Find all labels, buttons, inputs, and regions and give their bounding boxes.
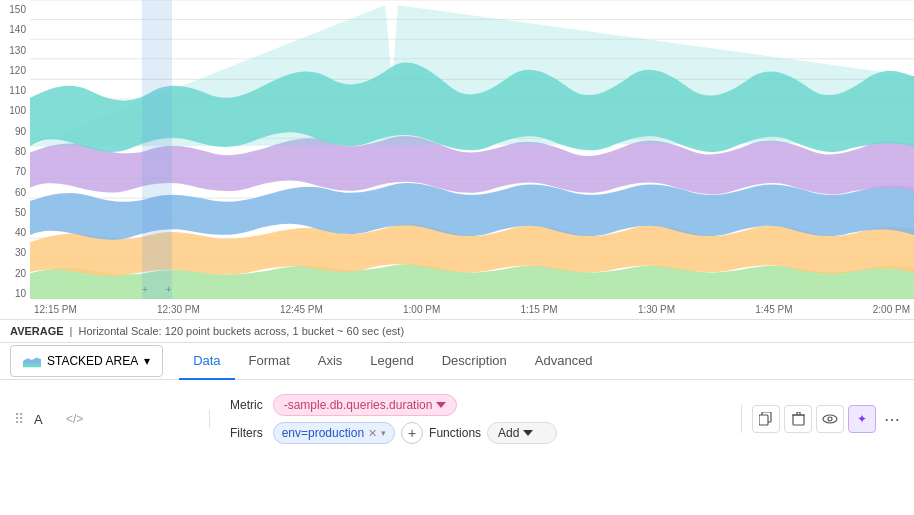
status-bar: AVERAGE | Horizontal Scale: 120 point bu… [0, 320, 914, 343]
chart-type-label: STACKED AREA [47, 354, 138, 368]
functions-section: Functions Add [429, 422, 557, 444]
metric-dropdown-icon [436, 400, 446, 410]
average-label: AVERAGE [10, 325, 64, 337]
status-description: Horizontal Scale: 120 point buckets acro… [78, 325, 404, 337]
data-panel: ⠿ A </> Metric -sample.db.queries.durati… [0, 380, 914, 458]
center-panel: Metric -sample.db.queries.duration Filte… [220, 388, 731, 450]
chart-type-button[interactable]: STACKED AREA ▾ [10, 345, 163, 377]
filter-row: Filters env=production ✕ ▾ + Functions A… [230, 422, 721, 444]
eye-icon [822, 414, 838, 424]
series-label: A [34, 412, 54, 427]
chart-type-chevron: ▾ [144, 354, 150, 368]
x-axis: 12:15 PM 12:30 PM 12:45 PM 1:00 PM 1:15 … [30, 299, 914, 319]
metric-row: Metric -sample.db.queries.duration [230, 394, 721, 416]
filter-remove-icon[interactable]: ✕ [368, 427, 377, 440]
visibility-button[interactable] [816, 405, 844, 433]
ai-button[interactable]: ✦ [848, 405, 876, 433]
tab-description[interactable]: Description [428, 343, 521, 380]
stacked-area-icon [23, 354, 41, 368]
filters-label: Filters [230, 426, 263, 440]
status-separator: | [70, 325, 73, 337]
y-axis: 150 140 130 120 110 100 90 80 70 60 50 4… [0, 0, 30, 319]
more-actions-button[interactable]: ⋯ [880, 408, 904, 431]
functions-dropdown-icon [523, 430, 533, 436]
metric-value-badge[interactable]: -sample.db.queries.duration [273, 394, 458, 416]
tab-advanced[interactable]: Advanced [521, 343, 607, 380]
svg-rect-19 [793, 415, 804, 425]
functions-dropdown[interactable]: Add [487, 422, 557, 444]
series-left-panel: ⠿ A </> [10, 410, 210, 428]
tabs-row: STACKED AREA ▾ Data Format Axis Legend D… [0, 343, 914, 380]
functions-label: Functions [429, 426, 481, 440]
svg-point-24 [823, 415, 837, 423]
filter-badge[interactable]: env=production ✕ ▾ [273, 422, 395, 444]
delete-button[interactable] [784, 405, 812, 433]
action-icons-panel: ✦ ⋯ [741, 405, 904, 433]
tab-legend[interactable]: Legend [356, 343, 427, 380]
trash-icon [792, 412, 805, 426]
chart-area: 150 140 130 120 110 100 90 80 70 60 50 4… [0, 0, 914, 320]
drag-handle[interactable]: ⠿ [10, 411, 28, 427]
svg-rect-18 [759, 415, 768, 425]
add-filter-button[interactable]: + [401, 422, 423, 444]
tab-format[interactable]: Format [235, 343, 304, 380]
ai-icon: ✦ [855, 412, 869, 426]
tab-data[interactable]: Data [179, 343, 234, 380]
copy-button[interactable] [752, 405, 780, 433]
copy-icon [759, 412, 773, 426]
chart-svg-container: + + [30, 0, 914, 299]
filter-dropdown-icon[interactable]: ▾ [381, 428, 386, 438]
metric-label: Metric [230, 398, 263, 412]
tab-axis[interactable]: Axis [304, 343, 357, 380]
svg-rect-16 [142, 0, 172, 299]
svg-text:✦: ✦ [857, 412, 867, 426]
code-icon[interactable]: </> [60, 410, 89, 428]
svg-point-25 [828, 417, 832, 421]
